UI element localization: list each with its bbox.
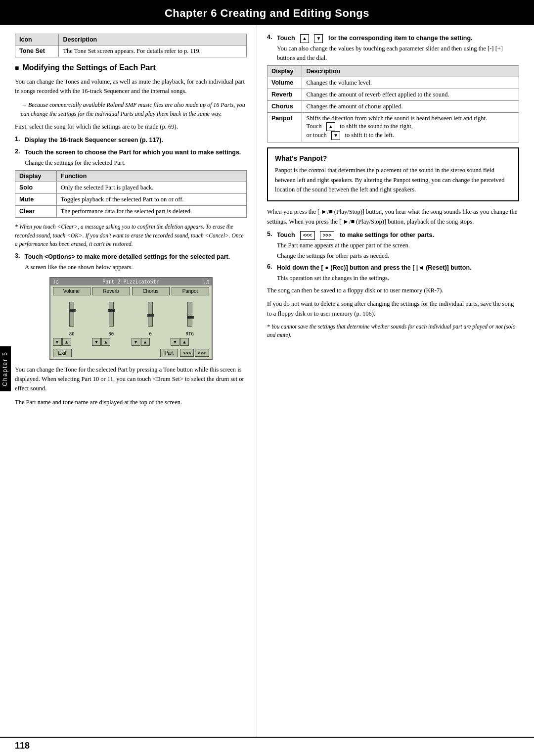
clear-label: Clear bbox=[15, 206, 57, 218]
table-row: Panpot Shifts the direction from which t… bbox=[267, 113, 519, 142]
page-number: 118 bbox=[15, 741, 30, 751]
table-row: Solo Only the selected Part is played ba… bbox=[15, 182, 247, 194]
step-2-body: Change the settings for the selected Par… bbox=[25, 158, 247, 168]
screen-arrow-group-4: ▼ ▲ bbox=[171, 338, 209, 346]
screen-slider-track-reverb[interactable] bbox=[109, 302, 114, 327]
step-6-content: Hold down the [ ● (Rec)] button and pres… bbox=[277, 263, 519, 283]
chapter-tab-label: Chapter 6 bbox=[1, 351, 8, 386]
step-4-label: Touch ▲ ▼ for the corresponding item to … bbox=[277, 35, 473, 42]
solo-label: Solo bbox=[15, 182, 57, 194]
left-column: Icon Description Tone Set The Tone Set s… bbox=[0, 25, 257, 737]
step-4-bold-pre: Touch bbox=[277, 35, 295, 42]
step-3: 3. Touch <Options> to make more detailed… bbox=[15, 252, 247, 272]
step-2: 2. Touch the screen to choose the Part f… bbox=[15, 148, 247, 168]
screen-up-arrow-2[interactable]: ▲ bbox=[101, 338, 110, 346]
step-3-body: A screen like the one shown below appear… bbox=[25, 263, 247, 272]
panpot-desc-line3-pre: or touch bbox=[306, 132, 326, 139]
tone-set-label: Tone Set bbox=[15, 46, 59, 57]
screen-music-icon: ♩♫ bbox=[53, 279, 59, 284]
volume-desc: Changes the volume level. bbox=[302, 77, 519, 89]
solo-desc: Only the selected Part is played back. bbox=[56, 182, 246, 194]
step-5-left-nav-btn[interactable]: <<< bbox=[300, 231, 315, 240]
after-panpot-text: When you press the [ ►/■ (Play/Stop)] bu… bbox=[267, 207, 519, 227]
step-4-up-btn[interactable]: ▲ bbox=[300, 34, 309, 43]
screen-down-arrow-1[interactable]: ▼ bbox=[53, 338, 62, 346]
table-row: Tone Set The Tone Set screen appears. Fo… bbox=[15, 46, 247, 57]
step-5-right-nav-btn[interactable]: >>> bbox=[320, 231, 335, 240]
screen-exit-btn[interactable]: Exit bbox=[53, 349, 72, 357]
screen-slider-thumb-volume bbox=[69, 309, 76, 312]
screen-nav-right-btn[interactable]: >>> bbox=[195, 349, 209, 357]
after-screen-text-1: You can change the Tone for the selected… bbox=[15, 365, 247, 394]
screen-val-panpot: RTG bbox=[171, 331, 209, 336]
step-4-down-btn[interactable]: ▼ bbox=[314, 34, 323, 43]
table-row: Volume Changes the volume level. bbox=[267, 77, 519, 89]
section-intro: You can change the Tones and volume, as … bbox=[15, 77, 247, 96]
panpot-up-btn[interactable]: ▲ bbox=[326, 122, 335, 131]
screen-panpot-btn[interactable]: Panpot bbox=[172, 287, 209, 295]
screen-up-arrow-1[interactable]: ▲ bbox=[62, 338, 71, 346]
step-3-content: Touch <Options> to make more detailed se… bbox=[25, 252, 247, 272]
tone-set-desc: The Tone Set screen appears. For details… bbox=[59, 46, 247, 57]
screen-slider-thumb-chorus bbox=[147, 314, 154, 317]
panpot-desc: Shifts the direction from which the soun… bbox=[302, 113, 519, 142]
screen-val-volume: 80 bbox=[53, 331, 91, 336]
screen-volume-btn[interactable]: Volume bbox=[53, 287, 90, 295]
screen-nav-left-btn[interactable]: <<< bbox=[180, 349, 194, 357]
screen-icon-right: ♩♫ bbox=[203, 279, 209, 284]
screen-up-arrow-4[interactable]: ▲ bbox=[180, 338, 189, 346]
page-footer: 118 bbox=[0, 737, 534, 756]
screen-slider-track-chorus[interactable] bbox=[148, 302, 153, 327]
mute-label: Mute bbox=[15, 194, 57, 206]
screen-arrow-group-3: ▼ ▲ bbox=[132, 338, 170, 346]
whats-panpot-box: What's Panpot? Panpot is the control tha… bbox=[267, 147, 519, 201]
function-col-header: Function bbox=[56, 171, 246, 182]
chapter-title: Chapter 6 Creating and Editing Songs bbox=[165, 7, 369, 19]
content-area: Icon Description Tone Set The Tone Set s… bbox=[0, 25, 534, 737]
screen-arrow-group-1: ▼ ▲ bbox=[53, 338, 91, 346]
description-col-header-r: Description bbox=[302, 66, 519, 77]
display-description-table: Display Description Volume Changes the v… bbox=[267, 65, 519, 142]
chapter-tab: Chapter 6 bbox=[0, 346, 11, 391]
chapter-header: Chapter 6 Creating and Editing Songs bbox=[0, 0, 534, 25]
icon-description-table: Icon Description Tone Set The Tone Set s… bbox=[15, 34, 247, 57]
display-function-table: Display Function Solo Only the selected … bbox=[15, 170, 247, 218]
display-col-header-r: Display bbox=[267, 66, 302, 77]
screen-slider-track-volume[interactable] bbox=[69, 302, 74, 327]
panpot-label: Panpot bbox=[267, 113, 302, 142]
screen-down-arrow-3[interactable]: ▼ bbox=[132, 338, 140, 346]
step-2-number: 2. bbox=[15, 148, 24, 168]
screen-part-btn[interactable]: Part bbox=[160, 349, 178, 357]
table-row: Chorus Changes the amount of chorus appl… bbox=[267, 101, 519, 113]
step-1-number: 1. bbox=[15, 136, 24, 145]
screen-down-arrow-4[interactable]: ▼ bbox=[171, 338, 179, 346]
mute-desc: Toggles playback of the selected Part to… bbox=[56, 194, 246, 206]
table-row: Mute Toggles playback of the selected Pa… bbox=[15, 194, 247, 206]
screen-slider-track-panpot[interactable] bbox=[187, 302, 192, 327]
step-6-body: This operation set the changes in the se… bbox=[277, 274, 519, 283]
step-6-number: 6. bbox=[267, 263, 276, 283]
screen-chorus-btn[interactable]: Chorus bbox=[132, 287, 170, 295]
after-screen-text-2: The Part name and tone name are displaye… bbox=[15, 398, 247, 407]
screen-val-reverb: 80 bbox=[92, 331, 131, 336]
screen-slider-reverb bbox=[92, 302, 131, 327]
step-3-label: Touch <Options> to make more detailed se… bbox=[25, 253, 230, 260]
right-column: 4. Touch ▲ ▼ for the corresponding item … bbox=[257, 25, 534, 737]
first-para: First, select the song for which the set… bbox=[15, 122, 247, 132]
step-4: 4. Touch ▲ ▼ for the corresponding item … bbox=[267, 34, 519, 62]
after-step6-text-2: If you do not want to delete a song afte… bbox=[267, 299, 519, 319]
step-5-body1: The Part name appears at the upper part … bbox=[277, 241, 519, 250]
screen-up-arrow-3[interactable]: ▲ bbox=[141, 338, 150, 346]
screen-slider-thumb-reverb bbox=[108, 309, 115, 312]
screen-reverb-btn[interactable]: Reverb bbox=[92, 287, 130, 295]
table-row: Reverb Changes the amount of reverb effe… bbox=[267, 89, 519, 101]
panpot-down-btn[interactable]: ▼ bbox=[331, 131, 340, 140]
after-step6-text-1: The song can then be saved to a floppy d… bbox=[267, 286, 519, 295]
screen-down-arrow-2[interactable]: ▼ bbox=[92, 338, 101, 346]
screen-slider-volume bbox=[53, 302, 91, 327]
step-6-label: Hold down the [ ● (Rec)] button and pres… bbox=[277, 264, 472, 271]
volume-label: Volume bbox=[267, 77, 302, 89]
chorus-label: Chorus bbox=[267, 101, 302, 113]
whats-panpot-title: What's Panpot? bbox=[275, 154, 511, 162]
step-5-number: 5. bbox=[267, 231, 276, 260]
